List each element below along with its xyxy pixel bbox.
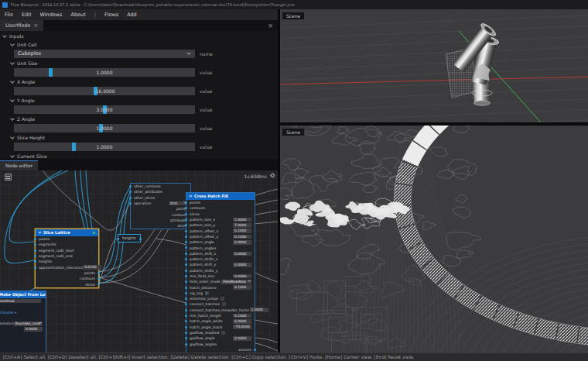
scene-bottom-tab[interactable]: Scene [282,128,305,136]
checkbox[interactable] [222,302,226,306]
field-value[interactable]: -70.0000 [233,325,251,329]
node-slice-lattice-header[interactable]: Slice Lattice [36,229,98,236]
input-port-icon[interactable] [185,275,187,277]
field-value[interactable]: 1.0000 [250,308,268,312]
node-row-min_field_size[interactable]: min_field_size0.0000 [186,273,255,279]
input-port-icon[interactable] [129,185,132,187]
slider-slice-height[interactable]: 1.0000 [14,143,195,151]
inputs-section-header[interactable]: Inputs [0,32,278,40]
input-port-icon[interactable] [185,287,187,289]
group-header-unit-size[interactable]: Unit Size [0,59,278,67]
input-port-icon[interactable] [185,303,187,305]
node-cross-hatch-fill[interactable]: Cross Hatch Fillpointscontoursslicespatt… [186,192,255,353]
input-port-icon[interactable] [34,238,36,240]
node-row-hatch_angle_black[interactable]: hatch_angle_black-70.0000 [186,325,255,330]
scene-viewport-bottom[interactable]: Scene [280,124,588,353]
dropdown-value[interactable]: Rounded_cone [14,322,43,326]
node-row-pattern_shift_y[interactable]: pattern_shift_y0.0000 [186,262,255,267]
input-port-icon[interactable] [34,267,36,269]
input-port-icon[interactable] [34,255,36,257]
node-make-object-from-lattice-header[interactable]: Make Object From Lattice× [0,291,46,298]
group-header-x-angle[interactable]: X Angle [0,77,278,86]
unit-cell-dropdown[interactable]: Cubeplex [14,50,195,58]
tab-close-icon[interactable]: × [34,22,39,29]
menu-item-windows[interactable]: Windows [39,12,62,18]
node-row-connect_hatches_meander_factor[interactable]: connect_hatches_meander_factor1.0000 [186,308,255,313]
checkbox[interactable] [220,297,224,301]
input-port-icon[interactable] [185,292,187,294]
field-value[interactable]: 2.0000 [233,218,251,222]
input-port-icon[interactable] [185,263,187,266]
input-port-icon[interactable] [185,207,187,209]
menu-item-about[interactable]: About [71,12,86,18]
input-port-icon[interactable] [34,243,36,246]
node-row-hatch_angle_white[interactable]: hatch_angle_white0.0000 [186,318,255,324]
node-row-approximation_tolerance[interactable]: approximation_tolerance0.0100 [36,264,98,270]
field-value[interactable]: 0.0000 [233,336,251,341]
output-port-icon[interactable] [97,272,100,274]
input-port-icon[interactable] [185,213,187,215]
node-row-hatch_distance[interactable]: hatch_distance0.1000 [186,284,255,290]
input-port-icon[interactable] [117,238,119,240]
node-row-min_hatch_length[interactable]: min_hatch_length0.1000 [186,313,255,318]
input-port-icon[interactable] [34,260,36,263]
node-row-gasflow_enabled[interactable]: gasflow_enabled [186,330,255,335]
dropdown-value[interactable]: FieldRowWise [221,280,251,284]
output-port-icon[interactable] [254,349,256,351]
menu-item-file[interactable]: File [5,12,13,18]
input-port-icon[interactable] [185,253,187,255]
grid-icon[interactable] [5,174,12,181]
field-value[interactable]: 0.1000 [233,314,251,318]
input-port-icon[interactable] [185,230,187,232]
node-row-pattern_offset_y[interactable]: pattern_offset_y0.1000 [186,234,255,239]
node-row-pattern_size_x[interactable]: pattern_size_x2.0000 [186,217,255,222]
field-value[interactable]: 0.0000 [233,252,251,256]
field-value[interactable]: 0.1000 [233,229,251,233]
field-value[interactable]: 0.1000 [233,235,251,239]
input-port-icon[interactable] [185,201,187,204]
node-row-pattern_offset_x[interactable]: pattern_offset_x0.1000 [186,228,255,233]
node-row-gasflow_angle[interactable]: gasflow_angle0.0000 [186,335,255,341]
field-value[interactable]: 0.1000 [233,285,251,290]
group-header-current-slice[interactable]: Current Slice [0,152,278,159]
text-field[interactable]: continua [0,299,41,304]
input-port-icon[interactable] [185,332,187,334]
input-port-icon[interactable] [185,218,187,221]
input-port-icon[interactable] [185,236,187,238]
field-value[interactable]: 0.0000 [233,319,251,324]
slider-z-angle[interactable]: 1.0000 [14,124,195,132]
field-value[interactable]: 0.0000 [24,327,43,332]
node-row-s[interactable]: s0.0000 [0,326,46,332]
checkbox[interactable] [205,291,209,295]
slider-y-angle[interactable]: 3.0000 [14,105,195,114]
node-row-connect_hatches[interactable]: connect_hatches [186,301,255,307]
group-header-unit-cell[interactable]: Unit Cell [0,40,278,49]
group-header-y-angle[interactable]: Y Angle [0,96,278,105]
field-value[interactable]: 0.0000 [233,240,251,245]
node-slice-lattice[interactable]: Slice Latticepointssegmentssegment_radii… [35,229,99,288]
input-port-icon[interactable] [185,315,187,317]
node-editor-canvas[interactable]: other_contoursother_attributesother_slic… [0,170,278,353]
node-row-minimize_jumps[interactable]: minimize_jumps [186,296,255,301]
input-port-icon[interactable] [185,246,187,249]
checkbox[interactable] [221,331,225,335]
slider-unit-size[interactable]: 1.0000 [14,68,195,77]
node-row-operation[interactable]: operationDrill [131,201,190,206]
node-cross-hatch-fill-header[interactable]: Cross Hatch Fill [186,193,255,200]
input-port-icon[interactable] [185,280,187,283]
scene-viewport-top[interactable]: Scene [280,9,588,122]
group-header-slice-height[interactable]: Slice Height [0,133,278,142]
input-port-icon[interactable] [185,258,187,260]
tab-usermode[interactable]: UserMode × [0,20,43,31]
field-value[interactable]: 0.0000 [233,263,251,267]
scene-top-tab[interactable]: Scene [282,12,305,20]
input-port-icon[interactable] [185,320,187,322]
input-port-icon[interactable] [34,249,36,252]
output-port-icon[interactable] [97,283,100,285]
input-port-icon[interactable] [185,224,187,226]
output-port-icon[interactable] [139,238,142,240]
input-port-icon[interactable] [185,343,187,346]
menu-item-add[interactable]: Add [127,12,137,18]
node-heights-reroute[interactable]: heights [118,234,141,242]
node-row-resolution[interactable]: resolutionRounded_cone [0,321,46,326]
